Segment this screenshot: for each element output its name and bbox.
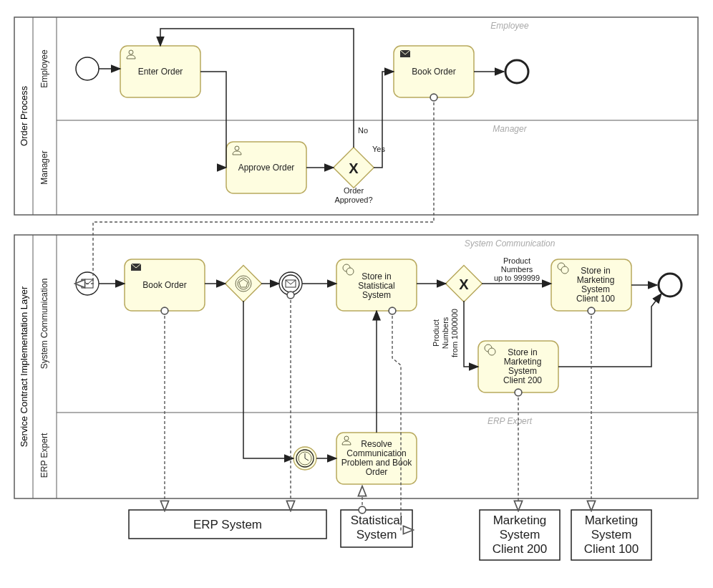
- pool-title-service: Service Contract Implementation Layer: [19, 286, 29, 447]
- svg-text:System: System: [356, 528, 397, 541]
- svg-text:Client 200: Client 200: [503, 375, 542, 385]
- lane-watermark-manager: Manager: [493, 124, 527, 134]
- svg-text:Statistical: Statistical: [351, 514, 403, 527]
- gateway-label-1: Order: [344, 186, 364, 195]
- bpmn-diagram: Order Process Employee Manager Employee …: [0, 0, 713, 588]
- event-timer[interactable]: [294, 447, 316, 470]
- svg-point-53: [561, 266, 568, 274]
- svg-text:Problem and Book: Problem and Book: [341, 458, 413, 468]
- end-event-service[interactable]: [659, 274, 682, 297]
- svg-text:Marketing: Marketing: [585, 514, 639, 527]
- svg-point-60: [488, 348, 495, 355]
- task-label-enter-order: Enter Order: [138, 67, 183, 77]
- flow-label-yes: Yes: [372, 145, 385, 153]
- task-approve-order[interactable]: Approve Order: [226, 142, 306, 193]
- svg-text:Marketing: Marketing: [577, 275, 615, 285]
- task-book-order-top[interactable]: Book Order: [394, 46, 474, 97]
- external-erp[interactable]: ERP System: [129, 510, 326, 539]
- task-label-book-order-top: Book Order: [412, 67, 455, 77]
- svg-text:Client 200: Client 200: [493, 542, 548, 556]
- msgflow-stat-out: [392, 311, 412, 530]
- svg-text:Product: Product: [503, 256, 530, 265]
- svg-point-44: [344, 436, 349, 440]
- svg-text:Resolve: Resolve: [361, 439, 392, 449]
- gateway-label-2: Approved?: [334, 196, 372, 204]
- svg-text:Communication: Communication: [346, 448, 406, 458]
- task-book-order-bottom[interactable]: Book Order: [125, 259, 205, 311]
- gateway-event-based[interactable]: [225, 266, 262, 302]
- svg-text:Client 100: Client 100: [576, 294, 615, 304]
- ext-label-erp: ERP System: [193, 518, 262, 531]
- task-store-mkt100[interactable]: Store in Marketing System Client 100 Sto…: [551, 259, 631, 311]
- flow-enter-to-approve: [200, 72, 226, 168]
- svg-text:Marketing: Marketing: [504, 357, 542, 367]
- task-store-mkt200[interactable]: Store in Marketing System Client 200 Sto…: [478, 341, 558, 392]
- gateway-order-approved[interactable]: X Order Approved?: [334, 148, 374, 204]
- svg-text:System: System: [362, 290, 391, 300]
- svg-point-38: [346, 268, 354, 275]
- svg-rect-21: [225, 266, 262, 302]
- lane-watermark-syscom: System Communication: [465, 238, 556, 249]
- svg-text:Product: Product: [432, 319, 440, 347]
- task-resolve[interactable]: Resolve Communication Problem and Book O…: [336, 433, 417, 484]
- event-msg-catch[interactable]: [279, 272, 302, 295]
- lane-title-syscom: System Communication: [39, 279, 49, 370]
- svg-text:Numbers: Numbers: [441, 317, 450, 349]
- lane-title-employee: Employee: [39, 49, 49, 88]
- svg-text:Numbers: Numbers: [501, 265, 533, 274]
- lane-watermark-erpexp: ERP Expert: [488, 416, 533, 426]
- svg-text:X: X: [349, 160, 359, 176]
- svg-text:X: X: [459, 276, 469, 292]
- svg-text:Order: Order: [366, 467, 388, 477]
- lane-title-erpexp: ERP Expert: [39, 433, 49, 478]
- end-event-order[interactable]: [505, 60, 528, 83]
- svg-text:System: System: [591, 528, 632, 541]
- task-label-book-order-bottom: Book Order: [142, 280, 186, 290]
- external-stat[interactable]: Statistical System Statistical System: [341, 510, 412, 547]
- pool-title-order-process: Order Process: [19, 86, 29, 146]
- svg-point-8: [235, 146, 239, 150]
- svg-text:System: System: [500, 528, 540, 541]
- svg-text:Client 100: Client 100: [584, 542, 639, 556]
- external-mkt100[interactable]: Marketing System Client 100 Marketing Sy…: [571, 510, 651, 560]
- gateway-product-split[interactable]: X: [446, 266, 482, 302]
- task-enter-order[interactable]: Enter Order: [120, 46, 200, 97]
- lane-watermark-employee: Employee: [490, 21, 529, 31]
- task-store-stat[interactable]: Store in Statistical Store in Statistica…: [336, 259, 417, 311]
- task-label-approve-order: Approve Order: [238, 163, 295, 173]
- svg-text:System: System: [581, 284, 610, 294]
- svg-point-6: [129, 50, 133, 54]
- svg-text:Store in: Store in: [508, 347, 537, 357]
- svg-text:Store in: Store in: [581, 266, 610, 276]
- lane-title-manager: Manager: [39, 150, 49, 184]
- external-mkt200[interactable]: Marketing System Client 200 Marketing Sy…: [480, 510, 560, 560]
- svg-text:Statistical: Statistical: [358, 281, 394, 291]
- svg-text:System: System: [508, 366, 537, 376]
- start-event-order[interactable]: [76, 57, 99, 80]
- svg-text:from 1000000: from 1000000: [450, 309, 459, 357]
- svg-text:Store in: Store in: [362, 271, 391, 281]
- svg-text:Marketing: Marketing: [493, 514, 547, 527]
- flow-label-no: No: [358, 126, 368, 135]
- svg-text:up to 999999: up to 999999: [494, 274, 540, 282]
